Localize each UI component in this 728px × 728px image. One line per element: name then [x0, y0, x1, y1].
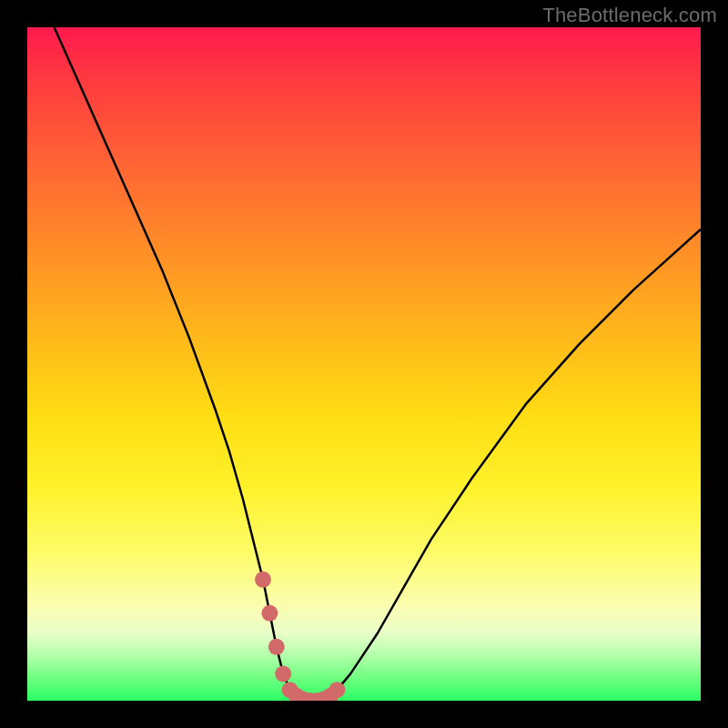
watermark-text: TheBottleneck.com — [542, 4, 717, 27]
chart-frame: TheBottleneck.com — [0, 0, 728, 728]
background-gradient — [27, 27, 701, 701]
plot-area — [27, 27, 701, 701]
